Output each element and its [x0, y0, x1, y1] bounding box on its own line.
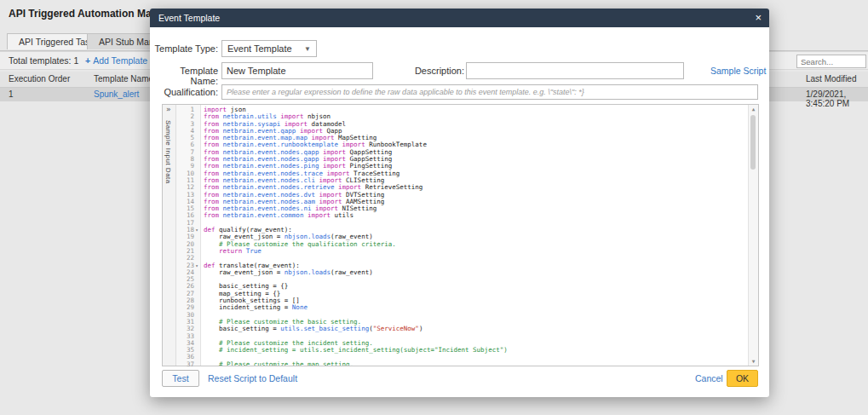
- reset-script-link[interactable]: Reset Script to Default: [208, 373, 297, 383]
- description-input[interactable]: [466, 62, 684, 79]
- template-type-value: Event Template: [227, 43, 292, 54]
- scrollbar-thumb[interactable]: [750, 115, 756, 170]
- total-templates-label: Total templates: 1: [9, 55, 78, 66]
- qualification-input[interactable]: [221, 84, 758, 100]
- search-input[interactable]: [796, 55, 866, 68]
- add-template-label: Add Template: [93, 55, 147, 66]
- plus-icon: +: [85, 55, 90, 66]
- editor-gutter: 123456789101112131415161718▾1920212223▾2…: [176, 105, 201, 366]
- column-template-name[interactable]: Template Name: [94, 74, 153, 84]
- scroll-up-icon[interactable]: ▲: [749, 106, 758, 112]
- template-name-label: Template Name:: [150, 66, 218, 86]
- dialog-titlebar[interactable]: Event Template ×: [150, 9, 769, 27]
- expand-panel-icon[interactable]: »: [166, 106, 170, 112]
- template-type-label: Template Type:: [150, 43, 218, 54]
- scroll-down-icon[interactable]: ▼: [749, 358, 758, 365]
- screen: API Triggered Automation Manager API Tri…: [0, 0, 868, 415]
- editor-scrollbar[interactable]: ▲ ▼: [748, 105, 758, 366]
- sample-input-data-label[interactable]: Sample Input Data: [164, 120, 171, 184]
- event-template-dialog: Event Template × Template Type: Event Te…: [150, 9, 769, 397]
- sample-script-link[interactable]: Sample Script: [710, 66, 766, 76]
- close-icon[interactable]: ×: [755, 11, 762, 25]
- editor-code[interactable]: import jsonfrom netbrain.utils import nb…: [201, 105, 748, 366]
- chevron-down-icon: ▼: [304, 45, 311, 53]
- add-template-button[interactable]: +Add Template: [85, 55, 147, 66]
- dialog-title: Event Template: [158, 13, 220, 23]
- qualification-label: Qualification:: [150, 87, 218, 97]
- cancel-button[interactable]: Cancel: [695, 373, 723, 383]
- description-label: Description:: [396, 66, 464, 76]
- test-button[interactable]: Test: [162, 370, 199, 387]
- ok-button[interactable]: OK: [727, 370, 758, 387]
- column-execution-order[interactable]: Execution Order: [9, 74, 70, 84]
- template-name-input[interactable]: [221, 62, 373, 79]
- sample-input-data-panel: » Sample Input Data: [163, 105, 176, 366]
- cell-template-name-link[interactable]: Spunk_alert: [94, 89, 139, 99]
- template-type-dropdown[interactable]: Event Template ▼: [221, 40, 317, 57]
- cell-execution-order: 1: [9, 89, 14, 99]
- cell-last-modified: 1/29/2021, 3:45:20 PM: [806, 89, 868, 108]
- column-last-modified[interactable]: Last Modified: [806, 74, 856, 84]
- script-editor: » Sample Input Data 12345678910111213141…: [162, 104, 759, 366]
